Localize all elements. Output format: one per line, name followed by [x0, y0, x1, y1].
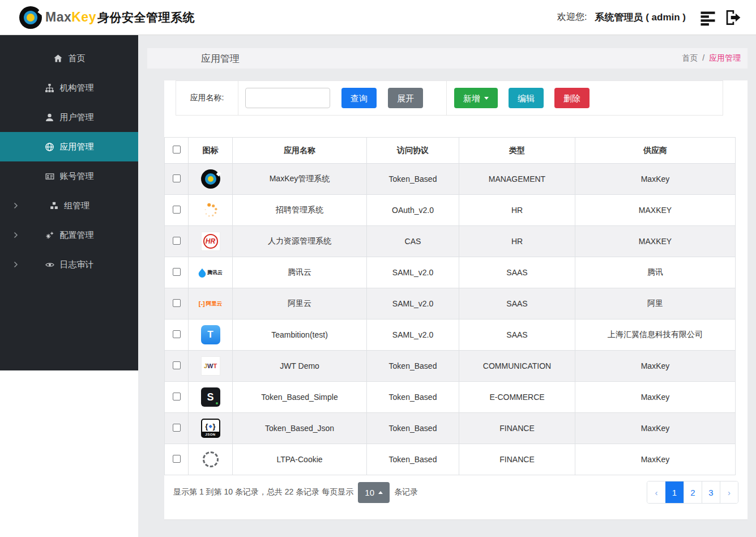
type-cell: E-COMMERCE [459, 382, 575, 413]
vendor-cell: MAXKEY [575, 226, 736, 257]
app-icon-cell: {◆}JSON [189, 413, 233, 444]
row-select-cell [165, 382, 189, 413]
table-row[interactable]: {◆}JSONToken_Based_JsonToken_BasedFINANC… [165, 413, 736, 444]
spinner-app-icon [202, 202, 219, 219]
app-name-input[interactable] [245, 88, 330, 108]
next-page-button[interactable]: › [720, 481, 738, 503]
sidebar-item-config[interactable]: 配置管理 [0, 220, 138, 250]
vendor-cell: MaxKey [575, 164, 736, 195]
pager: ‹ 123 › [647, 481, 738, 504]
app-name-cell: JWT Demo [233, 351, 367, 382]
row-checkbox[interactable] [173, 330, 181, 338]
brand[interactable]: MaxKey身份安全管理系统 [19, 6, 195, 29]
chevron-right-icon [14, 202, 18, 209]
page-size-dropdown[interactable]: 10 [358, 482, 390, 503]
vendor-cell: 腾讯 [575, 257, 736, 288]
edit-button[interactable]: 编辑 [509, 88, 544, 108]
type-cell: HR [459, 226, 575, 257]
expand-button[interactable]: 展开 [388, 88, 423, 108]
row-select-cell [165, 444, 189, 475]
table-row[interactable]: 腾讯云腾讯云SAML_v2.0SAAS腾讯 [165, 257, 736, 288]
sidebar-item-org[interactable]: 机构管理 [0, 73, 138, 103]
sidebar-item-label: 机构管理 [60, 83, 94, 93]
row-checkbox[interactable] [173, 268, 181, 276]
search-controls: 查询 展开 [238, 81, 446, 115]
sidebar-item-label: 配置管理 [60, 230, 94, 241]
row-checkbox[interactable] [173, 206, 181, 214]
logout-icon[interactable] [724, 9, 742, 26]
caret-down-icon [484, 97, 489, 102]
row-select-cell [165, 195, 189, 226]
sidebar-item-home[interactable]: 首页 [0, 44, 138, 73]
toolbar-actions: 新增 编辑 删除 [446, 81, 723, 115]
page-button-3[interactable]: 3 [702, 481, 720, 503]
brand-max: Max [45, 10, 71, 24]
sidebar: 首页机构管理用户管理应用管理账号管理组管理配置管理日志审计 [0, 35, 138, 370]
user-icon [45, 113, 55, 122]
menu-list-icon[interactable] [699, 9, 716, 26]
row-checkbox[interactable] [173, 237, 181, 245]
row-checkbox[interactable] [173, 299, 181, 307]
row-checkbox[interactable] [173, 455, 181, 463]
breadcrumb-separator: / [702, 53, 704, 62]
table-row[interactable]: [-]阿里云阿里云SAML_v2.0SAAS阿里 [165, 288, 736, 319]
column-header-app-name: 应用名称 [233, 138, 367, 164]
vendor-cell: MAXKEY [575, 195, 736, 226]
row-select-cell [165, 164, 189, 195]
hr-app-icon: HR [201, 232, 220, 251]
query-button[interactable]: 查询 [341, 88, 377, 108]
pagination-bar: 显示第 1 到第 10 条记录，总共 22 条记录 每页显示 10 条记录 ‹ … [164, 475, 748, 509]
select-all-checkbox[interactable] [173, 146, 181, 154]
vendor-cell: MaxKey [575, 382, 736, 413]
jwt-app-icon: JWT [201, 356, 220, 376]
protocol-cell: Token_Based [367, 164, 459, 195]
sidebar-item-account[interactable]: 账号管理 [0, 161, 138, 191]
pager-pages: 123 [665, 481, 720, 503]
table-row[interactable]: HR人力资源管理系统CASHRMAXKEY [165, 226, 736, 257]
sidebar-item-app[interactable]: 应用管理 [0, 132, 138, 161]
pagination-summary-suffix: 条记录 [394, 487, 418, 497]
app-icon-cell: HR [189, 226, 233, 257]
app-icon-cell: S [189, 382, 233, 413]
page-button-2[interactable]: 2 [684, 481, 702, 503]
row-checkbox[interactable] [173, 424, 181, 432]
table-row[interactable]: TTeambition(test)SAML_v2.0SAAS上海汇翼信息科技有限… [165, 319, 736, 351]
app-name-label: 应用名称: [176, 81, 238, 115]
protocol-cell: OAuth_v2.0 [367, 195, 459, 226]
page-title: 应用管理 [201, 52, 240, 65]
sidebar-item-group[interactable]: 组管理 [0, 191, 138, 220]
column-header-vendor: 供应商 [575, 138, 736, 164]
type-cell: HR [459, 195, 575, 226]
teambition-app-icon: T [201, 325, 220, 344]
row-select-cell [165, 226, 189, 257]
row-select-cell [165, 413, 189, 444]
app-name-cell: LTPA-Cookie [233, 444, 367, 475]
table-row[interactable]: SToken_Based_SimpleToken_BasedE-COMMERCE… [165, 382, 736, 413]
delete-button[interactable]: 删除 [554, 88, 590, 108]
row-select-cell [165, 257, 189, 288]
gears-icon [45, 231, 55, 240]
row-checkbox[interactable] [173, 174, 181, 182]
table-row[interactable]: LTPA-CookieToken_BasedFINANCEMaxKey [165, 444, 736, 475]
table-row[interactable]: 招聘管理系统OAuth_v2.0HRMAXKEY [165, 195, 736, 226]
sidebar-item-audit[interactable]: 日志审计 [0, 250, 138, 279]
row-checkbox[interactable] [173, 393, 181, 400]
protocol-cell: Token_Based [367, 444, 459, 475]
table-row[interactable]: JWTJWT DemoToken_BasedCOMMUNICATIONMaxKe… [165, 351, 736, 382]
sidebar-item-label: 日志审计 [60, 259, 94, 270]
app-icon-cell [189, 164, 233, 195]
type-cell: FINANCE [459, 413, 575, 444]
app-header: MaxKey身份安全管理系统 欢迎您: 系统管理员 ( admin ) [0, 0, 756, 35]
row-checkbox[interactable] [173, 361, 181, 369]
app-name-cell: MaxKey管理系统 [233, 164, 367, 195]
app-icon-cell [189, 195, 233, 226]
page-button-1[interactable]: 1 [665, 481, 684, 503]
add-button[interactable]: 新增 [454, 88, 498, 108]
sidebar-item-user[interactable]: 用户管理 [0, 103, 138, 132]
brand-key: Key [71, 10, 96, 24]
breadcrumb-home-link[interactable]: 首页 [682, 53, 698, 62]
vendor-cell: MaxKey [575, 351, 736, 382]
protocol-cell: SAML_v2.0 [367, 257, 459, 288]
prev-page-button[interactable]: ‹ [647, 481, 665, 503]
table-row[interactable]: MaxKey管理系统Token_BasedMANAGEMENTMaxKey [165, 164, 736, 195]
